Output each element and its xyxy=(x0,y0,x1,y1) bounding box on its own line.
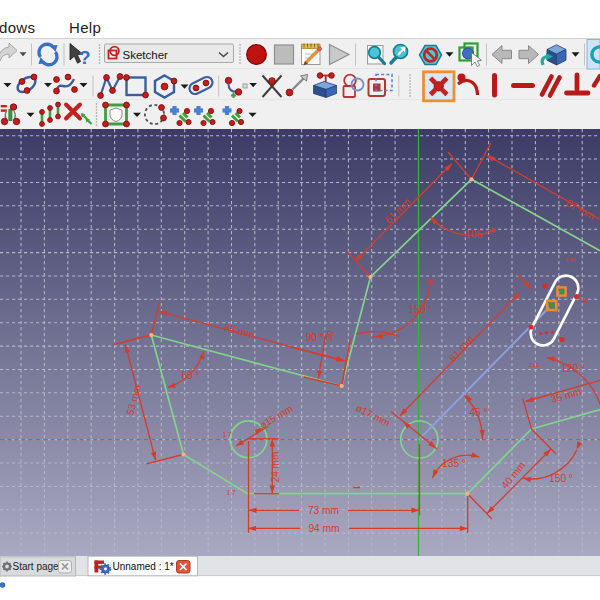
svg-text:94 mm: 94 mm xyxy=(308,523,339,534)
svg-text:≡10: ≡10 xyxy=(529,362,540,368)
svg-text:150 °: 150 ° xyxy=(409,304,433,315)
svg-text:60 °: 60 ° xyxy=(181,370,199,381)
svg-text:Unnamed : 1*: Unnamed : 1* xyxy=(113,561,174,572)
svg-text:90 °: 90 ° xyxy=(306,332,324,343)
svg-text:120 °: 120 ° xyxy=(561,363,585,374)
svg-text:73 mm: 73 mm xyxy=(308,505,339,516)
svg-text:Sketcher: Sketcher xyxy=(123,49,169,61)
svg-text:24 mm: 24 mm xyxy=(270,452,281,483)
svg-text:1 7: 1 7 xyxy=(226,489,235,496)
svg-text:45 °: 45 ° xyxy=(469,407,487,418)
svg-text:150 °: 150 ° xyxy=(549,473,573,484)
svg-text:1 7: 1 7 xyxy=(222,431,231,438)
svg-text:105 °: 105 ° xyxy=(465,229,489,240)
svg-text:?: ? xyxy=(79,47,91,68)
svg-text:Start page: Start page xyxy=(13,561,60,572)
svg-text:≡40: ≡40 xyxy=(565,257,576,263)
svg-text:135 °: 135 ° xyxy=(442,458,466,469)
